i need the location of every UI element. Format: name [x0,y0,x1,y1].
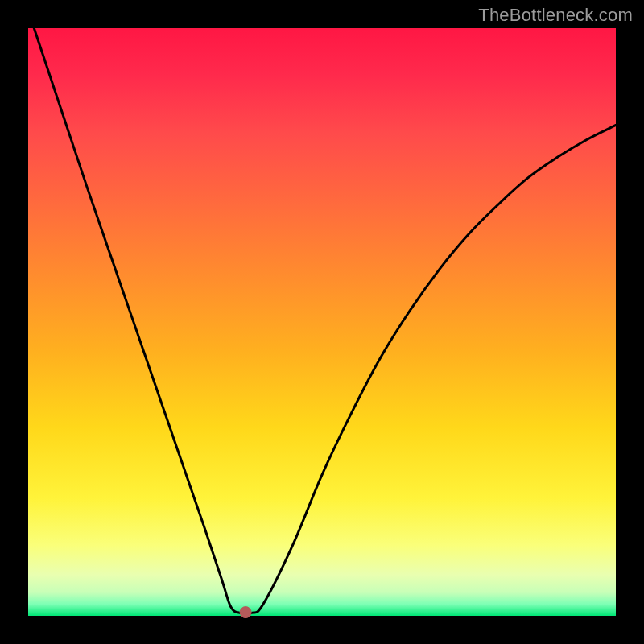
chart-curve-layer [28,28,616,616]
chart-frame: TheBottleneck.com [0,0,644,644]
watermark: TheBottleneck.com [478,5,633,26]
optimal-point-marker [240,607,251,618]
bottleneck-curve [34,28,616,614]
